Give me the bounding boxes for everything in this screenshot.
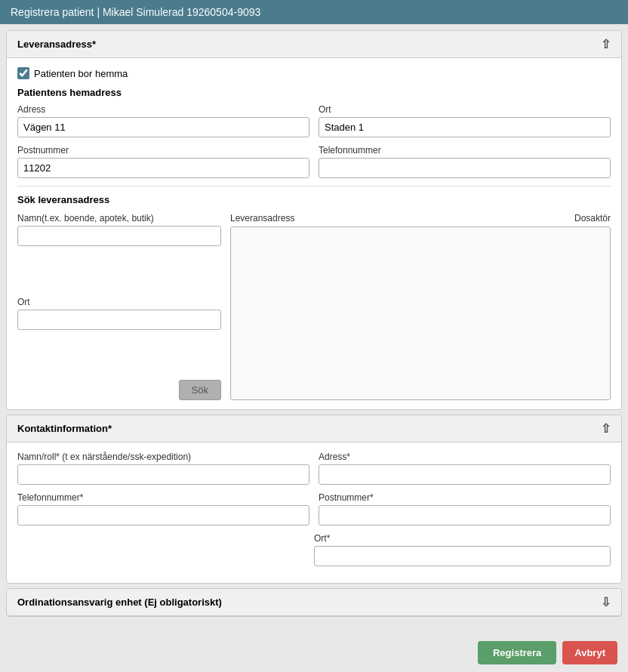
kontakt-ort-group: Ort* bbox=[314, 533, 611, 566]
sok-section-title: Sök leveransadress bbox=[17, 194, 611, 205]
registrera-button[interactable]: Registrera bbox=[478, 641, 556, 664]
kontakt-adress-input[interactable] bbox=[319, 464, 611, 485]
hemadress-title: Patientens hemadress bbox=[17, 87, 611, 98]
search-namn-label: Namn(t.ex. boende, apotek, butik) bbox=[17, 213, 221, 223]
ordinationsansvarig-header[interactable]: Ordinationsansvarig enhet (Ej obligatori… bbox=[7, 589, 621, 616]
search-results-header: Leveransadress Dosaktör bbox=[230, 213, 611, 223]
kontaktinformation-body: Namn/roll* (t ex närstående/ssk-expediti… bbox=[7, 442, 621, 583]
kontakt-namn-label: Namn/roll* (t ex närstående/ssk-expediti… bbox=[17, 452, 309, 462]
kontakt-postnummer-input[interactable] bbox=[319, 505, 611, 526]
leveransadress-header[interactable]: Leveransadress* ⇧ bbox=[7, 31, 621, 58]
bor-hemma-label[interactable]: Patienten bor hemma bbox=[34, 68, 128, 79]
bor-hemma-checkbox[interactable] bbox=[17, 67, 29, 79]
ordinationsansvarig-title: Ordinationsansvarig enhet (Ej obligatori… bbox=[17, 596, 222, 608]
kontakt-namn-adress-row: Namn/roll* (t ex närstående/ssk-expediti… bbox=[17, 452, 611, 485]
search-ort-input[interactable] bbox=[17, 310, 221, 330]
leveransadress-collapse-icon: ⇧ bbox=[601, 37, 611, 51]
top-bar: Registrera patient | Mikael Simulerad 19… bbox=[0, 0, 628, 24]
leveransadress-title: Leveransadress* bbox=[17, 39, 96, 50]
adress-group: Adress bbox=[17, 104, 309, 137]
search-right-panel: Leveransadress Dosaktör bbox=[230, 213, 611, 400]
kontakt-postnummer-label: Postnummer* bbox=[319, 492, 611, 503]
telefonnummer-group: Telefonnummer bbox=[319, 145, 611, 178]
kontakt-postnummer-group: Postnummer* bbox=[319, 492, 611, 526]
telefonnummer-label: Telefonnummer bbox=[319, 145, 611, 156]
search-ort-label: Ort bbox=[17, 297, 221, 307]
leveransadress-section: Leveransadress* ⇧ Patienten bor hemma Pa… bbox=[6, 30, 622, 410]
leveransadress-col: Leveransadress bbox=[230, 213, 294, 223]
search-layout: Namn(t.ex. boende, apotek, butik) Ort Sö… bbox=[17, 213, 611, 400]
kontakt-namn-input[interactable] bbox=[17, 464, 309, 485]
postnummer-input[interactable] bbox=[17, 158, 309, 178]
search-ort-group: Ort bbox=[17, 297, 221, 375]
kontakt-telefon-label: Telefonnummer* bbox=[17, 492, 309, 503]
search-results-box[interactable] bbox=[230, 227, 611, 400]
kontakt-tele-postnr-row: Telefonnummer* Postnummer* bbox=[17, 492, 611, 526]
kontakt-ort-row: Ort* bbox=[17, 533, 611, 566]
leveransadress-body: Patienten bor hemma Patientens hemadress… bbox=[7, 58, 621, 409]
kontakt-namn-group: Namn/roll* (t ex närstående/ssk-expediti… bbox=[17, 452, 309, 485]
kontaktinformation-section: Kontaktinformation* ⇧ Namn/roll* (t ex n… bbox=[6, 415, 622, 584]
postnummer-telefon-row: Postnummer Telefonnummer bbox=[17, 145, 611, 178]
page-title: Registrera patient | Mikael Simulerad 19… bbox=[11, 6, 260, 18]
sok-button[interactable]: Sök bbox=[179, 380, 221, 400]
footer-bar: Registrera Avbryt bbox=[0, 633, 628, 672]
adress-input[interactable] bbox=[17, 117, 309, 137]
postnummer-group: Postnummer bbox=[17, 145, 309, 178]
postnummer-label: Postnummer bbox=[17, 145, 309, 156]
bor-hemma-row: Patienten bor hemma bbox=[17, 67, 611, 79]
kontaktinformation-header[interactable]: Kontaktinformation* ⇧ bbox=[7, 415, 621, 442]
search-namn-input[interactable] bbox=[17, 226, 221, 246]
ordinationsansvarig-expand-icon: ⇩ bbox=[601, 595, 611, 609]
ort-input[interactable] bbox=[319, 117, 611, 137]
adress-label: Adress bbox=[17, 104, 309, 115]
telefonnummer-input[interactable] bbox=[319, 158, 611, 178]
section-divider bbox=[17, 186, 611, 186]
kontakt-adress-group: Adress* bbox=[319, 452, 611, 485]
dosaktor-col: Dosaktör bbox=[574, 213, 611, 223]
kontakt-adress-label: Adress* bbox=[319, 452, 611, 462]
kontakt-ort-label: Ort* bbox=[314, 533, 611, 544]
adress-ort-row: Adress Ort bbox=[17, 104, 611, 137]
kontakt-telefon-group: Telefonnummer* bbox=[17, 492, 309, 526]
kontakt-telefon-input[interactable] bbox=[17, 505, 309, 526]
search-namn-group: Namn(t.ex. boende, apotek, butik) bbox=[17, 213, 221, 291]
kontakt-ort-input[interactable] bbox=[314, 546, 611, 566]
ort-group: Ort bbox=[319, 104, 611, 137]
avbryt-button[interactable]: Avbryt bbox=[562, 641, 617, 664]
kontaktinformation-collapse-icon: ⇧ bbox=[601, 421, 611, 436]
search-left-panel: Namn(t.ex. boende, apotek, butik) Ort Sö… bbox=[17, 213, 221, 400]
ort-label: Ort bbox=[319, 104, 611, 115]
ordinationsansvarig-section: Ordinationsansvarig enhet (Ej obligatori… bbox=[6, 588, 622, 617]
kontaktinformation-title: Kontaktinformation* bbox=[17, 423, 112, 434]
